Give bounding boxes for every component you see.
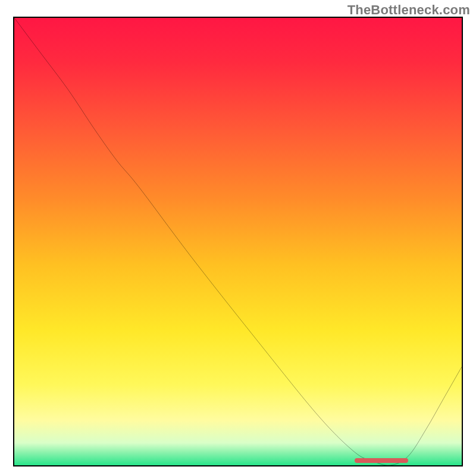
watermark-text: TheBottleneck.com — [347, 2, 470, 18]
bottleneck-curve — [14, 18, 462, 465]
optimal-range-marker — [355, 458, 408, 463]
chart-frame — [13, 17, 463, 466]
